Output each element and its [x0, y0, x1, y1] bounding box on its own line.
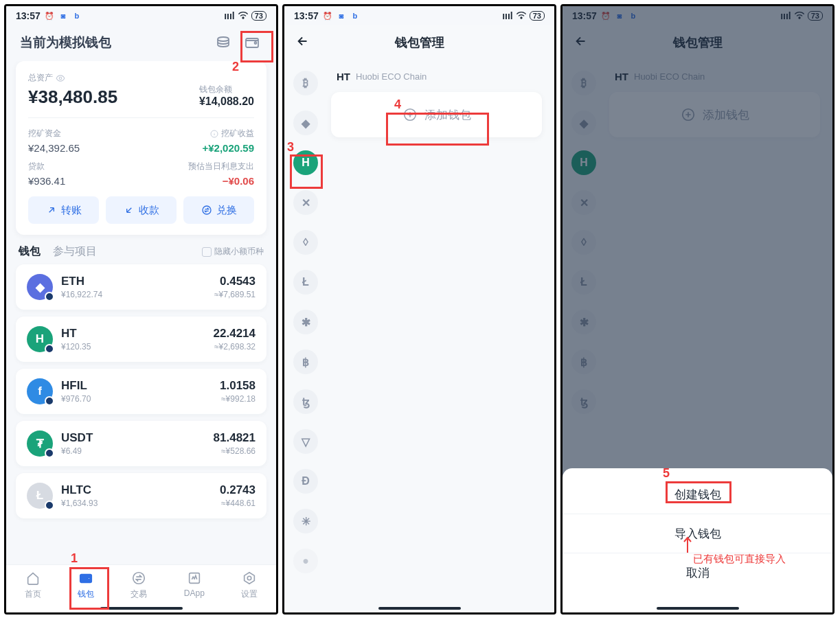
interest-label: 预估当日利息支出	[188, 161, 254, 172]
total-assets-value: ¥38,480.85	[28, 87, 117, 108]
token-symbol: HLTC	[61, 483, 212, 497]
status-time: 13:57	[294, 10, 319, 21]
screen-3-action-sheet: 13:57 ⏰ ◙ b ıııl 73 钱包管理 ₿ ◆ H ✕ ◊	[560, 4, 835, 615]
interest-value: −¥0.06	[188, 175, 254, 187]
mining-funds-label: 挖矿资金	[28, 128, 80, 139]
modal-overlay[interactable]: 创建钱包 导入钱包 取消	[563, 6, 832, 612]
svg-point-9	[133, 573, 145, 584]
action-sheet: 创建钱包 导入钱包 取消	[563, 468, 832, 612]
token-icon: H	[27, 326, 53, 352]
info-icon[interactable]	[210, 130, 218, 138]
chain-more-icon[interactable]: ●	[293, 549, 318, 573]
signal-icon: ıııl	[224, 10, 235, 21]
badge-3: 3	[287, 140, 294, 154]
swap-button[interactable]: 兑换	[183, 196, 254, 224]
mining-funds-value: ¥24,392.65	[28, 142, 80, 154]
coins-icon[interactable]	[213, 32, 234, 53]
back-icon[interactable]	[295, 34, 310, 51]
nav-settings[interactable]: 设置	[241, 571, 258, 600]
chain-ada-icon[interactable]: ✱	[293, 310, 318, 334]
app-icon-2: b	[72, 11, 82, 21]
nav-dapp[interactable]: DApp	[184, 571, 205, 598]
screen-2-wallet-manage: 13:57 ⏰ ◙ b ıııl 73 钱包管理 ₿ ◆ H ✕ ◊ Ł ✱ ฿…	[282, 4, 556, 615]
receive-button[interactable]: 收款	[106, 196, 177, 224]
svg-point-12	[248, 576, 252, 580]
badge-4: 4	[394, 97, 401, 112]
import-wallet-button[interactable]: 导入钱包	[563, 514, 832, 553]
svg-point-3	[255, 42, 257, 44]
svg-point-8	[88, 577, 90, 579]
total-assets-label: 总资产	[28, 72, 117, 84]
token-icon: ₮	[27, 430, 53, 457]
token-value: ≈¥2,698.32	[214, 342, 256, 352]
token-amount: 1.0158	[220, 379, 256, 393]
token-price: ¥16,922.74	[61, 290, 206, 299]
tab-wallet[interactable]: 钱包	[19, 244, 41, 259]
alarm-icon: ⏰	[323, 11, 332, 21]
token-price: ¥976.70	[61, 394, 212, 404]
eye-icon[interactable]	[56, 73, 65, 83]
token-row-usdt[interactable]: ₮USDT¥6.4981.4821≈¥528.66	[16, 421, 266, 466]
token-icon: ◆	[27, 274, 53, 300]
token-symbol: HFIL	[61, 379, 212, 393]
chain-name: Huobi ECO Chain	[356, 71, 427, 82]
token-amount: 22.4214	[214, 327, 256, 341]
token-price: ¥120.35	[61, 342, 205, 352]
tab-projects[interactable]: 参与项目	[53, 244, 97, 259]
assets-card: 总资产 ¥38,480.85 钱包余额 ¥14,088.20 挖矿资金 ¥24,…	[16, 61, 266, 235]
token-icon: f	[27, 378, 53, 404]
loan-value: ¥936.41	[28, 175, 65, 187]
svg-point-4	[59, 77, 62, 80]
chain-ltc-icon[interactable]: Ł	[293, 270, 318, 295]
nav-home[interactable]: 首页	[25, 571, 41, 600]
screen-1-wallet-home: 13:57 ⏰ ◙ b ıııl 73 当前为模拟钱包 总资产	[4, 4, 278, 615]
token-price: ¥6.49	[61, 446, 205, 456]
create-wallet-button[interactable]: 创建钱包	[563, 475, 832, 514]
token-value: ≈¥992.18	[220, 394, 256, 404]
token-row-eth[interactable]: ◆ETH¥16,922.740.4543≈¥7,689.51	[16, 264, 266, 310]
token-symbol: HT	[61, 327, 205, 341]
chain-symbol: HT	[337, 71, 350, 82]
token-value: ≈¥528.66	[214, 446, 256, 456]
token-value: ≈¥7,689.51	[214, 290, 256, 299]
wallet-balance-value: ¥14,088.20	[199, 95, 254, 108]
status-time: 13:57	[16, 10, 41, 21]
chain-xtz-icon[interactable]: ꜩ	[293, 389, 318, 414]
chain-btc-icon[interactable]: ₿	[293, 71, 318, 95]
home-indicator	[100, 607, 183, 610]
status-bar: 13:57 ⏰ ◙ b ıııl 73	[6, 6, 276, 25]
chain-xrp-icon[interactable]: ✕	[293, 190, 318, 215]
home-indicator	[378, 607, 461, 610]
chain-trx-icon[interactable]: ▽	[293, 429, 318, 454]
chain-eth-icon[interactable]: ◆	[293, 111, 318, 135]
badge-2: 2	[232, 60, 239, 74]
chain-eos-icon[interactable]: ◊	[293, 230, 318, 255]
token-symbol: USDT	[61, 431, 205, 445]
token-row-ht[interactable]: HHT¥120.3522.4214≈¥2,698.32	[16, 317, 266, 362]
chain-atom-icon[interactable]: ✳	[293, 509, 318, 533]
page-title: 钱包管理	[310, 34, 528, 51]
nav-trade[interactable]: 交易	[130, 571, 147, 600]
wifi-icon	[516, 10, 527, 21]
status-bar: 13:57 ⏰ ◙ b ıııl 73	[284, 6, 554, 25]
chain-dash-icon[interactable]: Đ	[293, 469, 318, 494]
checkbox-icon[interactable]	[202, 247, 212, 257]
svg-point-0	[242, 17, 244, 19]
mining-income-label: 挖矿收益	[203, 128, 255, 139]
transfer-button[interactable]: 转账	[28, 196, 99, 224]
chain-bch-icon[interactable]: ฿	[293, 349, 318, 374]
badge-1: 1	[71, 551, 78, 566]
signal-icon: ıııl	[502, 10, 513, 21]
nav-wallet[interactable]: 钱包	[78, 571, 94, 600]
token-row-hltc[interactable]: ŁHLTC¥1,634.930.2743≈¥448.61	[16, 473, 266, 518]
svg-point-1	[218, 37, 229, 41]
wallet-manage-icon[interactable]	[242, 32, 262, 53]
mining-income-value: +¥2,020.59	[203, 142, 255, 154]
token-row-hfil[interactable]: fHFIL¥976.701.0158≈¥992.18	[16, 369, 266, 414]
token-price: ¥1,634.93	[61, 498, 212, 508]
token-icon: Ł	[27, 483, 53, 509]
add-wallet-button[interactable]: 添加钱包	[331, 92, 542, 137]
hide-small-toggle[interactable]: 隐藏小额币种	[202, 246, 264, 257]
chain-heco-icon[interactable]: H	[293, 150, 318, 175]
page-title: 当前为模拟钱包	[20, 34, 205, 51]
